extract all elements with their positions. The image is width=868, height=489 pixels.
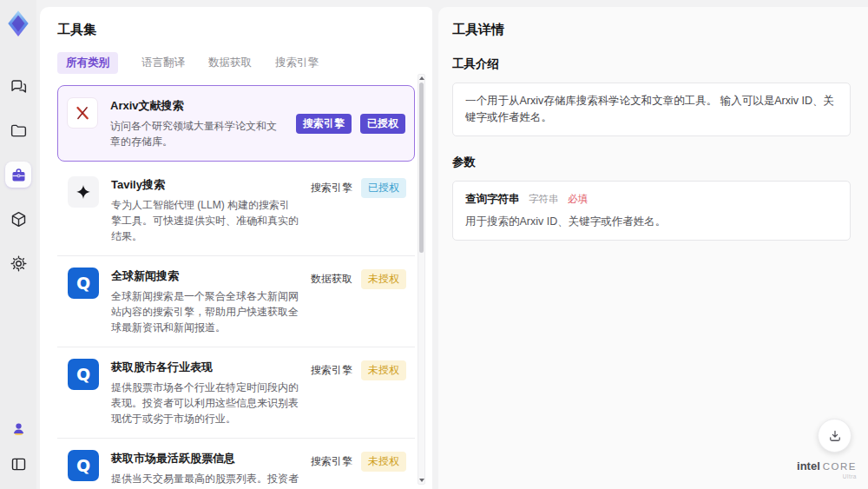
tool-description: 提供当天交易量最高的股票列表。投资者可以利用这些信息来识别流动性强的股票和潜在的… (111, 471, 299, 489)
tool-list: Arxiv文献搜索 访问各个研究领域大量科学论文和文章的存储库。 搜索引擎 已授… (57, 85, 415, 489)
tab-search-engine[interactable]: 搜索引擎 (275, 52, 319, 74)
package-icon[interactable] (5, 206, 31, 232)
intro-text: 一个用于从Arxiv存储库搜索科学论文和文章的工具。 输入可以是Arxiv ID… (452, 83, 851, 136)
tab-language-translation[interactable]: 语言翻译 (141, 52, 185, 74)
tool-name: Arxiv文献搜索 (110, 98, 284, 114)
category-tabs: 所有类别 语言翻译 数据获取 搜索引擎 (57, 52, 415, 74)
settings-gear-icon[interactable] (5, 250, 31, 276)
scrollbar[interactable] (418, 74, 425, 485)
param-name: 查询字符串 (465, 193, 520, 205)
news-search-icon: Q (68, 359, 99, 390)
scroll-up-icon[interactable] (419, 76, 424, 80)
param-head: 查询字符串 字符串 必填 (465, 192, 838, 207)
param-required-badge: 必填 (568, 194, 588, 204)
sidebar-toggle-icon[interactable] (5, 451, 31, 477)
tool-status-badge: 已授权 (361, 178, 406, 198)
folder-icon[interactable] (5, 117, 31, 143)
scrollbar-thumb[interactable] (419, 83, 424, 253)
news-search-icon: Q (68, 450, 99, 481)
scroll-down-icon[interactable] (419, 479, 424, 482)
param-type: 字符串 (529, 194, 559, 204)
intel-core-logo: intelCORE Ultra (797, 459, 857, 480)
detail-title: 工具详情 (452, 22, 851, 38)
user-avatar-icon[interactable] (5, 415, 31, 441)
tool-description: 提供股票市场各个行业在特定时间段内的表现。投资者可以利用这些信息来识别表现优于或… (111, 380, 299, 426)
app-window: 工具集 所有类别 语言翻译 数据获取 搜索引擎 Arxiv文献搜索 访问各个研究… (0, 0, 868, 489)
download-button[interactable] (818, 419, 852, 453)
tool-list-panel: 工具集 所有类别 语言翻译 数据获取 搜索引擎 Arxiv文献搜索 访问各个研究… (40, 7, 432, 489)
params-heading: 参数 (452, 155, 851, 170)
tab-all-categories[interactable]: 所有类别 (57, 52, 118, 74)
download-icon (827, 428, 843, 444)
sparkle-icon (68, 176, 99, 208)
icon-rail (0, 0, 36, 489)
tool-card[interactable]: Q 获取股市各行业表现 提供股票市场各个行业在特定时间段内的表现。投资者可以利用… (57, 347, 415, 439)
tool-description: 专为人工智能代理 (LLM) 构建的搜索引擎工具。可快速提供实时、准确和真实的结… (111, 197, 299, 244)
tool-status-badge: 未授权 (361, 269, 406, 289)
tool-category: 搜索引擎 (311, 454, 352, 469)
tool-name: Tavily搜索 (111, 177, 299, 193)
tool-category: 搜索引擎 (296, 114, 352, 134)
tool-name: 获取市场最活跃股票信息 (111, 451, 299, 466)
tool-card[interactable]: Q 获取市场最活跃股票信息 提供当天交易量最高的股票列表。投资者可以利用这些信息… (57, 439, 415, 489)
rail-bottom (5, 415, 31, 477)
param-card: 查询字符串 字符串 必填 用于搜索的Arxiv ID、关键字或作者姓名。 (452, 181, 851, 241)
tool-category: 数据获取 (311, 272, 352, 287)
arxiv-icon (67, 97, 98, 129)
tool-category: 搜索引擎 (311, 181, 352, 195)
tool-description: 全球新闻搜索是一个聚合全球各大新闻网站内容的搜索引擎，帮助用户快速获取全球最新资… (111, 288, 299, 335)
tool-status-badge: 已授权 (360, 114, 405, 134)
tool-name: 全球新闻搜索 (111, 268, 299, 284)
chat-icon[interactable] (5, 73, 31, 99)
tool-card[interactable]: Q 全球新闻搜索 全球新闻搜索是一个聚合全球各大新闻网站内容的搜索引擎，帮助用户… (57, 256, 415, 347)
param-desc: 用于搜索的Arxiv ID、关键字或作者姓名。 (465, 215, 838, 229)
tool-category: 搜索引擎 (311, 363, 352, 378)
tool-card[interactable]: Tavily搜索 专为人工智能代理 (LLM) 构建的搜索引擎工具。可快速提供实… (57, 165, 415, 256)
rail-nav (5, 73, 31, 276)
tool-name: 获取股市各行业表现 (111, 360, 299, 375)
tool-status-badge: 未授权 (361, 452, 406, 472)
tool-card[interactable]: Arxiv文献搜索 访问各个研究领域大量科学论文和文章的存储库。 搜索引擎 已授… (57, 85, 415, 162)
tab-data-fetch[interactable]: 数据获取 (208, 52, 252, 74)
news-search-icon: Q (68, 268, 99, 299)
tool-detail-panel: 工具详情 工具介绍 一个用于从Arxiv存储库搜索科学论文和文章的工具。 输入可… (438, 7, 868, 489)
tool-description: 访问各个研究领域大量科学论文和文章的存储库。 (110, 118, 284, 149)
tool-status-badge: 未授权 (361, 360, 406, 380)
intro-heading: 工具介绍 (452, 56, 851, 72)
app-logo-icon[interactable] (3, 9, 33, 38)
toolbox-icon-active[interactable] (5, 162, 31, 188)
page-title: 工具集 (57, 22, 415, 38)
